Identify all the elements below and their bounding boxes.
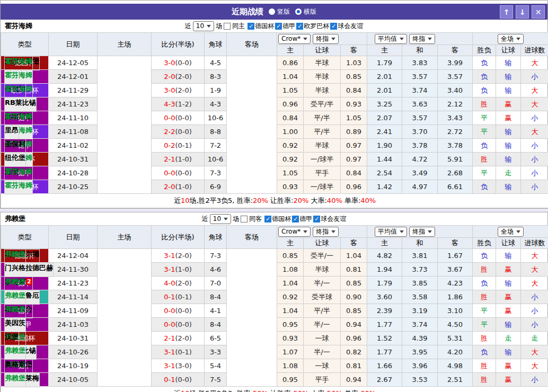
league-checkbox[interactable] — [292, 216, 299, 222]
result-wdl: 平 — [473, 318, 496, 332]
avg-group-header: 平均值 终指 — [367, 226, 473, 238]
league-checkbox[interactable] — [296, 23, 303, 30]
result-handicap: 输 — [496, 345, 521, 359]
match-date: 24-12-04 — [49, 249, 98, 263]
same-venue-checkbox[interactable] — [241, 216, 248, 222]
avg-away: 1.86 — [438, 290, 473, 304]
odds-group-header: Crow* 终指 — [277, 226, 367, 238]
avg-away: 4.98 — [438, 359, 473, 373]
filter-prefix: 近 — [185, 22, 191, 31]
chevron-down-icon — [516, 38, 520, 40]
result-handicap: 输 — [496, 139, 521, 153]
away-team: 门兴格拉德巴赫 — [4, 263, 54, 277]
odds-time-select[interactable]: 终指 — [313, 227, 339, 237]
match-count-select[interactable]: 10 — [193, 21, 214, 31]
main-panel: 近期战绩 竖版 横版 ↑ ↓ ✕ 霍芬海姆 近 10 场 — [0, 0, 548, 209]
away-team: 霍芬海姆 — [4, 84, 33, 98]
avg-draw: 3.81 — [402, 249, 438, 263]
avg-draw: 3.57 — [402, 111, 438, 125]
chevron-down-icon — [331, 38, 335, 40]
odds-company-select[interactable]: Crow* — [278, 34, 311, 44]
result-handicap: 赢 — [496, 97, 521, 111]
match-count-select[interactable]: 10 — [210, 214, 231, 224]
radio-vertical-icon[interactable] — [269, 8, 275, 15]
league-checkbox[interactable] — [275, 23, 282, 30]
score-cell: 4-0(2-0) — [152, 277, 205, 290]
match-date: 24-12-05 — [49, 56, 98, 70]
odds-away: 0.93 — [341, 97, 367, 111]
match-date: 24-12-01 — [49, 70, 98, 84]
move-down-button[interactable]: ↓ — [516, 5, 529, 19]
avg-draw: 3.58 — [402, 290, 438, 304]
odds-home: 1.04 — [277, 277, 304, 290]
team-name: 弗赖堡 — [5, 214, 25, 224]
avg-time-select[interactable]: 终指 — [409, 227, 435, 237]
odds-home: 1.04 — [277, 70, 304, 84]
move-up-button[interactable]: ↑ — [500, 5, 513, 19]
radio-vertical-label[interactable]: 竖版 — [277, 7, 290, 16]
league-checkbox[interactable] — [248, 23, 254, 30]
scope-group-header: 全场 — [473, 33, 548, 45]
odds-time-select[interactable]: 终指 — [313, 34, 339, 44]
radio-horizontal-label[interactable]: 横版 — [304, 7, 316, 16]
column-header: 客场 — [227, 226, 277, 249]
layout-radio-horizontal[interactable]: 横版 — [295, 7, 316, 16]
sub-header: 主 — [367, 45, 402, 56]
section-header: 霍芬海姆 近 10 场 同主 德国杯德甲欧罗巴杯球会友谊 — [1, 20, 547, 32]
section-team-1: 霍芬海姆 近 10 场 同主 德国杯德甲欧罗巴杯球会友谊 类型 — [1, 20, 547, 208]
scope-select[interactable]: 全场 — [498, 34, 524, 44]
match-date: 24-11-30 — [49, 263, 98, 277]
score-cell: 2-1(1-0) — [152, 153, 205, 166]
avg-time-select[interactable]: 终指 — [409, 34, 435, 44]
handicap: 半/一 — [304, 318, 341, 332]
avg-select[interactable]: 平均值 — [375, 34, 407, 44]
sub-header: 进球数 — [521, 238, 548, 249]
summary-segment: 50% — [327, 389, 342, 392]
avg-home: 1.79 — [367, 56, 402, 70]
avg-home: 1.42 — [367, 180, 402, 194]
odds-home: 1.05 — [277, 84, 304, 97]
away-team: 弗赖堡 — [4, 290, 26, 305]
handicap: 半球 — [304, 56, 341, 70]
summary-segment: 10 — [181, 389, 190, 392]
match-date: 24-10-31 — [49, 153, 98, 166]
odds-away: 0.96 — [341, 180, 367, 194]
odds-home: 0.92 — [277, 153, 304, 166]
odds-home: 0.93 — [277, 180, 304, 194]
result-wdl: 负 — [473, 56, 496, 70]
league-checkbox[interactable] — [330, 23, 337, 30]
result-wdl: 平 — [473, 304, 496, 318]
avg-draw: 3.57 — [402, 70, 438, 84]
result-goals: 小 — [521, 166, 548, 180]
avg-time-value: 终指 — [412, 34, 425, 43]
league-checkbox[interactable] — [264, 216, 271, 222]
summary-segment: 20% — [293, 197, 308, 204]
avg-select[interactable]: 平均值 — [375, 227, 407, 237]
result-handicap: 输 — [496, 56, 521, 70]
result-goals: 大 — [521, 345, 548, 359]
handicap: 平手 — [304, 166, 341, 180]
column-header: 日期 — [49, 226, 98, 249]
avg-away: 3.43 — [438, 111, 473, 125]
league-checkbox[interactable] — [313, 216, 320, 222]
result-handicap: 输 — [496, 318, 521, 332]
radio-horizontal-icon[interactable] — [295, 8, 302, 15]
table-row: 德国杯24-12-04比勒菲尔德3-1(2-0)7-3弗赖堡0.85受半/一1.… — [1, 249, 548, 263]
same-venue-checkbox[interactable] — [224, 23, 231, 30]
away-team: 霍芬海姆 — [4, 111, 33, 126]
avg-draw: 3.78 — [402, 139, 438, 153]
odds-home: 1.07 — [277, 345, 304, 359]
avg-home: 1.90 — [367, 139, 402, 153]
avg-home: 1.77 — [367, 318, 402, 332]
result-goals: 大 — [521, 249, 548, 263]
close-button[interactable]: ✕ — [532, 5, 545, 19]
scope-select[interactable]: 全场 — [498, 227, 524, 237]
result-goals: 小 — [521, 304, 548, 318]
match-date: 24-11-10 — [49, 111, 98, 125]
odds-away: 0.94 — [341, 318, 367, 332]
result-wdl: 胜 — [473, 290, 496, 304]
sub-header: 进球数 — [521, 45, 548, 56]
match-date: 24-11-29 — [49, 84, 98, 97]
odds-company-select[interactable]: Crow* — [278, 227, 311, 237]
layout-radio-vertical[interactable]: 竖版 — [269, 7, 290, 16]
